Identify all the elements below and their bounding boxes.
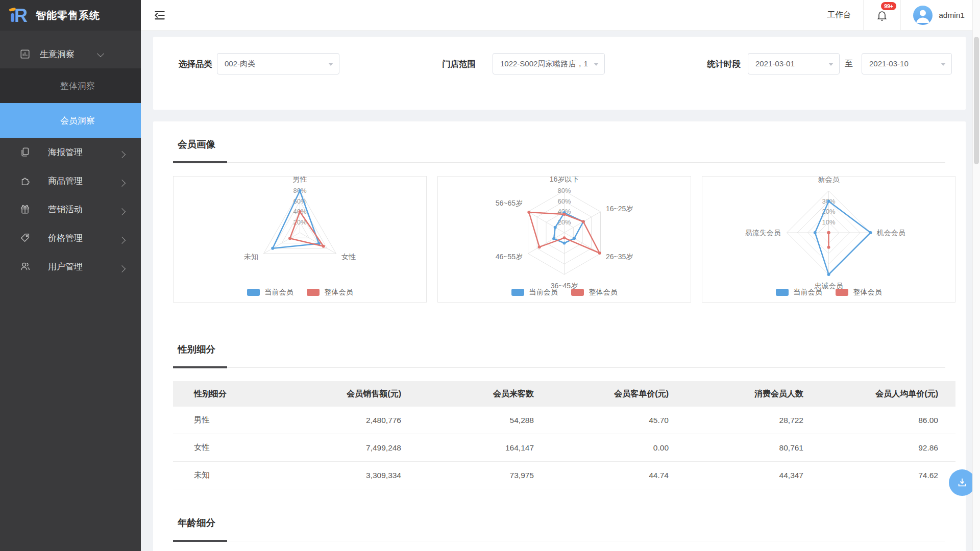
chevron-right-icon xyxy=(118,237,126,244)
sidebar-menu: 生意洞察 整体洞察 会员洞察 海报管理 xyxy=(0,40,141,281)
notification-badge: 99+ xyxy=(881,2,896,10)
bell-icon xyxy=(876,9,888,21)
content-card: 会员画像 20%40%60%80%男性女性未知当前会员整体会员 20%40%60… xyxy=(153,121,966,551)
notification-bell-button[interactable]: 99+ xyxy=(876,9,888,21)
app-title: 智能零售系统 xyxy=(36,9,100,22)
campaign-gift-icon xyxy=(19,204,31,215)
sidebar: R 智能零售系统 生意洞察 整体洞察 会员洞察 xyxy=(0,0,141,551)
table-cell: 男性 xyxy=(173,407,267,434)
store-filter-label: 门店范围 xyxy=(442,53,476,74)
sidebar-item-poster-management[interactable]: 海报管理 xyxy=(0,138,141,166)
gender-detail-table: 性别细分会员销售额(元)会员来客数会员客单价(元)消费会员人数会员人均单价(元)… xyxy=(173,381,955,489)
legend-item[interactable]: 整体会员 xyxy=(571,288,618,297)
svg-text:26~35岁: 26~35岁 xyxy=(606,253,633,261)
chevron-down-icon xyxy=(828,63,834,66)
table-header: 性别细分会员销售额(元)会员来客数会员客单价(元)消费会员人数会员人均单价(元) xyxy=(173,381,955,407)
legend-item[interactable]: 整体会员 xyxy=(836,288,882,297)
section-active-bar xyxy=(173,161,227,163)
sidebar-item-marketing-campaign[interactable]: 营销活动 xyxy=(0,195,141,223)
table-cell: 44.74 xyxy=(534,462,669,489)
table-body: 男性2,480,77654,28845.7028,72286.00女性7,499… xyxy=(173,407,955,489)
column-header: 会员销售额(元) xyxy=(267,381,402,407)
column-header: 会员来客数 xyxy=(402,381,534,407)
table-cell: 74.62 xyxy=(804,462,955,489)
scrollbar-track[interactable] xyxy=(972,0,980,551)
table-cell: 未知 xyxy=(173,462,267,489)
workbench-section: 工作台 xyxy=(815,0,864,30)
legend-label: 整体会员 xyxy=(589,288,618,297)
table-row: 女性7,499,248164,1470.0080,76192.86 xyxy=(173,434,955,462)
svg-text:女性: 女性 xyxy=(341,253,356,261)
sidebar-submenu: 整体洞察 会员洞察 xyxy=(0,68,141,138)
legend-item[interactable]: 整体会员 xyxy=(307,288,353,297)
chart-legend: 当前会员整体会员 xyxy=(438,288,691,297)
table-cell: 54,288 xyxy=(402,407,534,434)
export-download-button[interactable] xyxy=(949,469,975,496)
table-cell: 164,147 xyxy=(402,434,534,462)
users-icon xyxy=(19,261,31,272)
sidebar-item-label: 用户管理 xyxy=(48,261,83,272)
svg-text:56~65岁: 56~65岁 xyxy=(496,199,523,207)
legend-swatch xyxy=(307,289,320,296)
period-filter-label: 统计时段 xyxy=(707,53,741,74)
sidebar-item-member-insight[interactable]: 会员洞察 xyxy=(0,103,141,138)
sidebar-item-label: 海报管理 xyxy=(48,146,83,158)
sidebar-item-price-management[interactable]: 价格管理 xyxy=(0,223,141,252)
category-select[interactable]: 002-肉类 xyxy=(217,53,339,74)
section-header-age-detail: 年龄细分 xyxy=(173,513,945,541)
top-bar: 工作台 99+ admin1 xyxy=(141,0,980,31)
legend-swatch xyxy=(836,289,848,296)
sidebar-item-overall-insight[interactable]: 整体洞察 xyxy=(0,68,141,103)
table-cell: 3,309,334 xyxy=(267,462,402,489)
column-header: 性别细分 xyxy=(173,381,267,407)
period-end-select[interactable]: 2021-03-10 xyxy=(862,53,952,74)
sidebar-item-label: 营销活动 xyxy=(48,204,83,215)
store-select[interactable]: 1022-S002周家嘴路店，1 xyxy=(493,53,605,74)
period-start-select[interactable]: 2021-03-01 xyxy=(748,53,840,74)
table-cell: 92.86 xyxy=(804,434,955,462)
sidebar-item-user-management[interactable]: 用户管理 xyxy=(0,252,141,281)
svg-text:R: R xyxy=(14,5,28,26)
column-header: 会员客单价(元) xyxy=(534,381,669,407)
sidebar-item-goods-management[interactable]: 商品管理 xyxy=(0,166,141,195)
table-cell: 女性 xyxy=(173,434,267,462)
radar-chart-gender: 20%40%60%80%男性女性未知当前会员整体会员 xyxy=(173,176,427,303)
section-title: 会员画像 xyxy=(178,138,215,151)
period-to-word: 至 xyxy=(845,53,853,74)
sidebar-item-label: 生意洞察 xyxy=(40,48,75,60)
sidebar-collapse-button[interactable] xyxy=(153,9,166,22)
period-end-value: 2021-03-10 xyxy=(869,59,909,68)
legend-item[interactable]: 当前会员 xyxy=(776,288,822,297)
legend-label: 当前会员 xyxy=(265,288,293,297)
legend-label: 整体会员 xyxy=(325,288,353,297)
svg-text:男性: 男性 xyxy=(293,177,307,183)
chevron-right-icon xyxy=(118,265,126,272)
legend-label: 当前会员 xyxy=(529,288,558,297)
sidebar-item-business-insight[interactable]: 生意洞察 xyxy=(0,40,141,68)
legend-label: 整体会员 xyxy=(853,288,882,297)
filter-card: 选择品类 002-肉类 门店范围 1022-S002周家嘴路店，1 统计时段 2… xyxy=(153,37,966,110)
username-label[interactable]: admin1 xyxy=(939,11,965,20)
table-cell: 86.00 xyxy=(804,407,955,434)
workbench-link[interactable]: 工作台 xyxy=(827,10,851,20)
scrollbar-thumb[interactable] xyxy=(974,37,979,164)
legend-item[interactable]: 当前会员 xyxy=(511,288,558,297)
chevron-down-icon xyxy=(594,63,599,66)
sidebar-item-label: 价格管理 xyxy=(48,232,83,244)
sidebar-subitem-label: 整体洞察 xyxy=(60,80,95,92)
sidebar-subitem-label: 会员洞察 xyxy=(60,115,95,127)
insight-chart-icon xyxy=(19,48,31,60)
legend-swatch xyxy=(511,289,524,296)
category-select-value: 002-肉类 xyxy=(225,59,255,68)
user-section: admin1 xyxy=(900,0,980,30)
svg-text:60%: 60% xyxy=(557,197,571,205)
legend-swatch xyxy=(247,289,260,296)
chevron-right-icon xyxy=(118,208,126,215)
avatar[interactable] xyxy=(913,6,933,25)
column-header: 会员人均单价(元) xyxy=(804,381,955,407)
legend-item[interactable]: 当前会员 xyxy=(247,288,293,297)
goods-puzzle-icon xyxy=(19,175,31,186)
svg-text:16岁以下: 16岁以下 xyxy=(550,177,579,183)
period-start-value: 2021-03-01 xyxy=(755,59,795,68)
svg-text:10%: 10% xyxy=(822,218,835,226)
